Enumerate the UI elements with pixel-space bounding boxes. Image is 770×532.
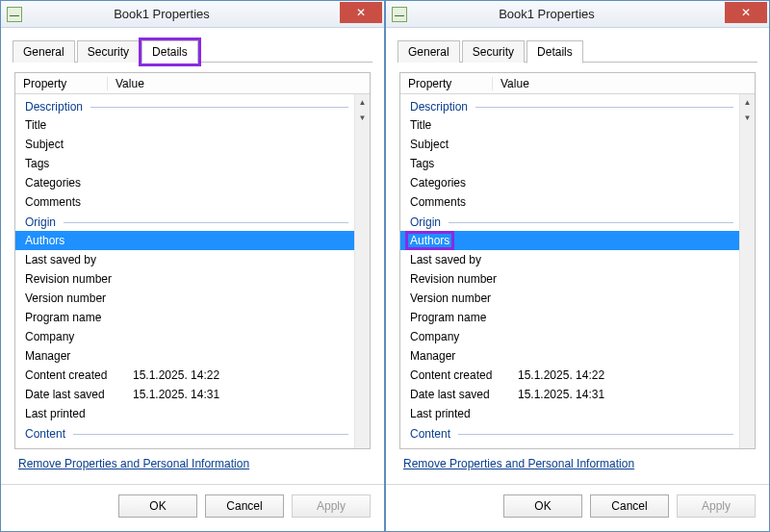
close-icon: ✕	[356, 6, 366, 19]
titlebar[interactable]: Book1 Properties ✕	[1, 1, 384, 28]
section-content: Content	[400, 423, 739, 443]
row-revision-number[interactable]: Revision number	[400, 269, 739, 289]
row-version-number[interactable]: Version number	[400, 289, 739, 308]
scroll-down-icon[interactable]: ▼	[740, 110, 755, 125]
row-program-name[interactable]: Program name	[400, 308, 739, 327]
row-title[interactable]: Title	[15, 115, 354, 135]
row-authors[interactable]: Authors	[15, 231, 354, 250]
list-header: Property Value	[15, 73, 370, 94]
tab-security[interactable]: Security	[77, 40, 140, 63]
scroll-down-icon[interactable]: ▼	[355, 110, 370, 125]
tab-details[interactable]: Details	[141, 40, 198, 63]
column-property[interactable]: Property	[400, 77, 493, 90]
row-comments[interactable]: Comments	[400, 192, 739, 212]
column-value[interactable]: Value	[493, 77, 739, 90]
cancel-button[interactable]: Cancel	[590, 494, 669, 518]
row-last-printed[interactable]: Last printed	[15, 404, 354, 423]
row-date-last-saved[interactable]: Date last saved15.1.2025. 14:31	[400, 385, 739, 404]
row-content-created[interactable]: Content created15.1.2025. 14:22	[400, 366, 739, 385]
property-list: Property Value Description Title Subject…	[14, 72, 371, 449]
close-icon: ✕	[741, 6, 751, 19]
cancel-button[interactable]: Cancel	[205, 494, 284, 518]
property-list: Property Value Description Title Subject…	[399, 72, 756, 449]
row-program-name[interactable]: Program name	[15, 308, 354, 327]
row-version-number[interactable]: Version number	[15, 289, 354, 308]
row-last-saved-by[interactable]: Last saved by	[15, 250, 354, 269]
row-title[interactable]: Title	[400, 115, 739, 135]
row-content-created[interactable]: Content created15.1.2025. 14:22	[15, 366, 354, 385]
row-manager[interactable]: Manager	[15, 346, 354, 366]
section-origin: Origin	[15, 212, 354, 231]
close-button[interactable]: ✕	[725, 2, 767, 23]
row-revision-number[interactable]: Revision number	[15, 269, 354, 289]
remove-properties-link[interactable]: Remove Properties and Personal Informati…	[403, 457, 634, 470]
tab-general[interactable]: General	[13, 40, 75, 63]
ok-button[interactable]: OK	[503, 494, 582, 518]
tab-strip: General Security Details	[386, 28, 769, 63]
row-subject[interactable]: Subject	[15, 135, 354, 154]
tab-security[interactable]: Security	[462, 40, 525, 63]
row-last-printed[interactable]: Last printed	[400, 404, 739, 423]
scroll-up-icon[interactable]: ▲	[355, 94, 370, 110]
section-content: Content	[15, 423, 354, 443]
tab-details[interactable]: Details	[526, 40, 583, 63]
row-manager[interactable]: Manager	[400, 346, 739, 366]
properties-dialog-right: Book1 Properties ✕ General Security Deta…	[385, 0, 770, 532]
window-title: Book1 Properties	[22, 7, 340, 21]
close-button[interactable]: ✕	[340, 2, 382, 23]
tab-strip: General Security Details	[1, 28, 384, 63]
column-property[interactable]: Property	[15, 77, 108, 90]
list-header: Property Value	[400, 73, 755, 94]
button-row: OK Cancel Apply	[386, 484, 769, 531]
scroll-up-icon[interactable]: ▲	[740, 94, 755, 110]
row-categories[interactable]: Categories	[400, 173, 739, 192]
remove-properties-link[interactable]: Remove Properties and Personal Informati…	[18, 457, 249, 470]
titlebar[interactable]: Book1 Properties ✕	[386, 1, 769, 28]
apply-button[interactable]: Apply	[677, 494, 756, 518]
row-company[interactable]: Company	[15, 327, 354, 346]
scrollbar[interactable]: ▲ ▼	[354, 94, 370, 448]
row-tags[interactable]: Tags	[15, 154, 354, 173]
row-tags[interactable]: Tags	[400, 154, 739, 173]
row-last-saved-by[interactable]: Last saved by	[400, 250, 739, 269]
column-value[interactable]: Value	[108, 77, 354, 90]
section-origin: Origin	[400, 212, 739, 231]
excel-file-icon	[7, 7, 22, 22]
excel-file-icon	[392, 7, 407, 22]
row-comments[interactable]: Comments	[15, 192, 354, 212]
tab-general[interactable]: General	[398, 40, 460, 63]
properties-dialog-left: Book1 Properties ✕ General Security Deta…	[0, 0, 385, 532]
ok-button[interactable]: OK	[118, 494, 197, 518]
row-authors[interactable]: Authors	[400, 231, 739, 250]
row-date-last-saved[interactable]: Date last saved15.1.2025. 14:31	[15, 385, 354, 404]
section-description: Description	[15, 96, 354, 115]
button-row: OK Cancel Apply	[1, 484, 384, 531]
section-description: Description	[400, 96, 739, 115]
apply-button[interactable]: Apply	[292, 494, 371, 518]
window-title: Book1 Properties	[407, 7, 725, 21]
row-company[interactable]: Company	[400, 327, 739, 346]
row-subject[interactable]: Subject	[400, 135, 739, 154]
row-categories[interactable]: Categories	[15, 173, 354, 192]
scrollbar[interactable]: ▲ ▼	[739, 94, 755, 448]
